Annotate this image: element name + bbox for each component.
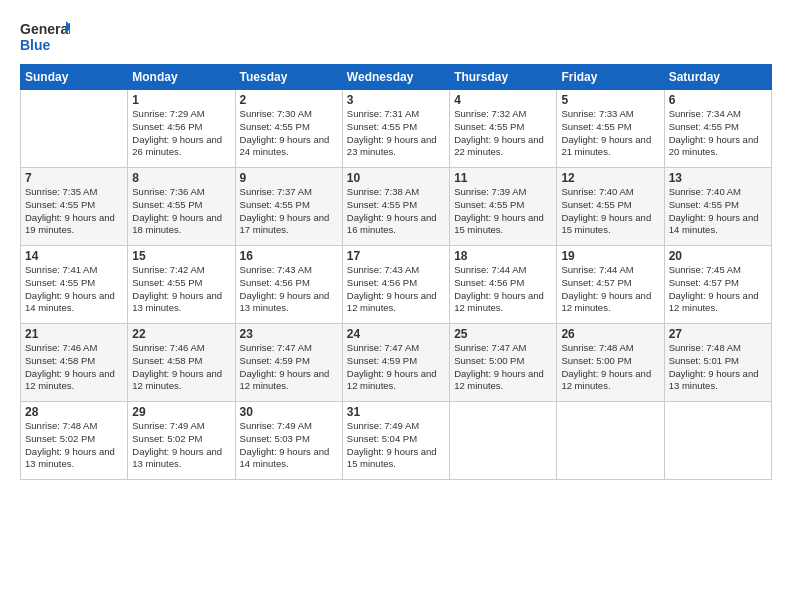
day-number: 5	[561, 93, 659, 107]
calendar-day-cell: 7 Sunrise: 7:35 AMSunset: 4:55 PMDayligh…	[21, 168, 128, 246]
calendar-day-cell: 13 Sunrise: 7:40 AMSunset: 4:55 PMDaylig…	[664, 168, 771, 246]
day-info: Sunrise: 7:48 AMSunset: 5:00 PMDaylight:…	[561, 342, 659, 393]
day-info: Sunrise: 7:32 AMSunset: 4:55 PMDaylight:…	[454, 108, 552, 159]
calendar-day-cell: 6 Sunrise: 7:34 AMSunset: 4:55 PMDayligh…	[664, 90, 771, 168]
calendar-day-cell: 11 Sunrise: 7:39 AMSunset: 4:55 PMDaylig…	[450, 168, 557, 246]
day-info: Sunrise: 7:47 AMSunset: 5:00 PMDaylight:…	[454, 342, 552, 393]
calendar-week-row: 21 Sunrise: 7:46 AMSunset: 4:58 PMDaylig…	[21, 324, 772, 402]
calendar-week-row: 28 Sunrise: 7:48 AMSunset: 5:02 PMDaylig…	[21, 402, 772, 480]
day-info: Sunrise: 7:44 AMSunset: 4:56 PMDaylight:…	[454, 264, 552, 315]
day-number: 21	[25, 327, 123, 341]
day-info: Sunrise: 7:30 AMSunset: 4:55 PMDaylight:…	[240, 108, 338, 159]
calendar-day-cell: 3 Sunrise: 7:31 AMSunset: 4:55 PMDayligh…	[342, 90, 449, 168]
calendar-day-cell: 20 Sunrise: 7:45 AMSunset: 4:57 PMDaylig…	[664, 246, 771, 324]
day-info: Sunrise: 7:37 AMSunset: 4:55 PMDaylight:…	[240, 186, 338, 237]
logo-svg: General Blue	[20, 16, 70, 56]
day-number: 10	[347, 171, 445, 185]
day-number: 7	[25, 171, 123, 185]
calendar-day-cell: 1 Sunrise: 7:29 AMSunset: 4:56 PMDayligh…	[128, 90, 235, 168]
day-number: 31	[347, 405, 445, 419]
day-info: Sunrise: 7:49 AMSunset: 5:04 PMDaylight:…	[347, 420, 445, 471]
logo: General Blue	[20, 16, 70, 56]
calendar-day-cell	[21, 90, 128, 168]
calendar-day-cell: 23 Sunrise: 7:47 AMSunset: 4:59 PMDaylig…	[235, 324, 342, 402]
day-info: Sunrise: 7:47 AMSunset: 4:59 PMDaylight:…	[347, 342, 445, 393]
day-number: 29	[132, 405, 230, 419]
calendar-day-cell: 30 Sunrise: 7:49 AMSunset: 5:03 PMDaylig…	[235, 402, 342, 480]
calendar-day-cell: 15 Sunrise: 7:42 AMSunset: 4:55 PMDaylig…	[128, 246, 235, 324]
day-info: Sunrise: 7:44 AMSunset: 4:57 PMDaylight:…	[561, 264, 659, 315]
day-info: Sunrise: 7:48 AMSunset: 5:02 PMDaylight:…	[25, 420, 123, 471]
day-info: Sunrise: 7:43 AMSunset: 4:56 PMDaylight:…	[240, 264, 338, 315]
day-number: 19	[561, 249, 659, 263]
day-info: Sunrise: 7:40 AMSunset: 4:55 PMDaylight:…	[669, 186, 767, 237]
calendar-day-cell: 24 Sunrise: 7:47 AMSunset: 4:59 PMDaylig…	[342, 324, 449, 402]
calendar-day-cell: 27 Sunrise: 7:48 AMSunset: 5:01 PMDaylig…	[664, 324, 771, 402]
day-number: 30	[240, 405, 338, 419]
day-info: Sunrise: 7:46 AMSunset: 4:58 PMDaylight:…	[25, 342, 123, 393]
calendar-day-cell: 10 Sunrise: 7:38 AMSunset: 4:55 PMDaylig…	[342, 168, 449, 246]
day-number: 8	[132, 171, 230, 185]
calendar-day-cell	[450, 402, 557, 480]
calendar-week-row: 14 Sunrise: 7:41 AMSunset: 4:55 PMDaylig…	[21, 246, 772, 324]
day-number: 23	[240, 327, 338, 341]
calendar-day-cell: 5 Sunrise: 7:33 AMSunset: 4:55 PMDayligh…	[557, 90, 664, 168]
calendar-header-cell: Monday	[128, 65, 235, 90]
day-number: 20	[669, 249, 767, 263]
calendar-header-cell: Tuesday	[235, 65, 342, 90]
calendar-day-cell: 29 Sunrise: 7:49 AMSunset: 5:02 PMDaylig…	[128, 402, 235, 480]
day-info: Sunrise: 7:46 AMSunset: 4:58 PMDaylight:…	[132, 342, 230, 393]
calendar-day-cell: 8 Sunrise: 7:36 AMSunset: 4:55 PMDayligh…	[128, 168, 235, 246]
day-info: Sunrise: 7:31 AMSunset: 4:55 PMDaylight:…	[347, 108, 445, 159]
day-number: 12	[561, 171, 659, 185]
calendar-header-cell: Wednesday	[342, 65, 449, 90]
day-number: 3	[347, 93, 445, 107]
day-info: Sunrise: 7:39 AMSunset: 4:55 PMDaylight:…	[454, 186, 552, 237]
day-number: 28	[25, 405, 123, 419]
calendar-day-cell: 18 Sunrise: 7:44 AMSunset: 4:56 PMDaylig…	[450, 246, 557, 324]
calendar-day-cell: 28 Sunrise: 7:48 AMSunset: 5:02 PMDaylig…	[21, 402, 128, 480]
calendar-day-cell: 16 Sunrise: 7:43 AMSunset: 4:56 PMDaylig…	[235, 246, 342, 324]
calendar-header-row: SundayMondayTuesdayWednesdayThursdayFrid…	[21, 65, 772, 90]
day-number: 16	[240, 249, 338, 263]
day-info: Sunrise: 7:38 AMSunset: 4:55 PMDaylight:…	[347, 186, 445, 237]
day-number: 26	[561, 327, 659, 341]
calendar-header-cell: Friday	[557, 65, 664, 90]
day-info: Sunrise: 7:47 AMSunset: 4:59 PMDaylight:…	[240, 342, 338, 393]
day-info: Sunrise: 7:40 AMSunset: 4:55 PMDaylight:…	[561, 186, 659, 237]
calendar-day-cell	[557, 402, 664, 480]
calendar-day-cell: 26 Sunrise: 7:48 AMSunset: 5:00 PMDaylig…	[557, 324, 664, 402]
day-info: Sunrise: 7:34 AMSunset: 4:55 PMDaylight:…	[669, 108, 767, 159]
calendar-day-cell: 22 Sunrise: 7:46 AMSunset: 4:58 PMDaylig…	[128, 324, 235, 402]
day-info: Sunrise: 7:48 AMSunset: 5:01 PMDaylight:…	[669, 342, 767, 393]
calendar-day-cell	[664, 402, 771, 480]
day-info: Sunrise: 7:33 AMSunset: 4:55 PMDaylight:…	[561, 108, 659, 159]
day-number: 9	[240, 171, 338, 185]
day-info: Sunrise: 7:35 AMSunset: 4:55 PMDaylight:…	[25, 186, 123, 237]
day-number: 27	[669, 327, 767, 341]
calendar-week-row: 1 Sunrise: 7:29 AMSunset: 4:56 PMDayligh…	[21, 90, 772, 168]
header: General Blue	[20, 16, 772, 56]
day-info: Sunrise: 7:42 AMSunset: 4:55 PMDaylight:…	[132, 264, 230, 315]
calendar-day-cell: 21 Sunrise: 7:46 AMSunset: 4:58 PMDaylig…	[21, 324, 128, 402]
calendar-header-cell: Thursday	[450, 65, 557, 90]
day-info: Sunrise: 7:49 AMSunset: 5:02 PMDaylight:…	[132, 420, 230, 471]
day-number: 25	[454, 327, 552, 341]
day-number: 14	[25, 249, 123, 263]
day-number: 13	[669, 171, 767, 185]
svg-text:General: General	[20, 21, 70, 37]
calendar-page: General Blue SundayMondayTuesdayWednesda…	[0, 0, 792, 612]
calendar-header-cell: Saturday	[664, 65, 771, 90]
calendar-day-cell: 19 Sunrise: 7:44 AMSunset: 4:57 PMDaylig…	[557, 246, 664, 324]
day-number: 18	[454, 249, 552, 263]
day-number: 15	[132, 249, 230, 263]
day-info: Sunrise: 7:45 AMSunset: 4:57 PMDaylight:…	[669, 264, 767, 315]
svg-text:Blue: Blue	[20, 37, 51, 53]
calendar-day-cell: 12 Sunrise: 7:40 AMSunset: 4:55 PMDaylig…	[557, 168, 664, 246]
day-info: Sunrise: 7:49 AMSunset: 5:03 PMDaylight:…	[240, 420, 338, 471]
calendar-week-row: 7 Sunrise: 7:35 AMSunset: 4:55 PMDayligh…	[21, 168, 772, 246]
day-number: 22	[132, 327, 230, 341]
day-number: 6	[669, 93, 767, 107]
day-number: 24	[347, 327, 445, 341]
calendar-day-cell: 2 Sunrise: 7:30 AMSunset: 4:55 PMDayligh…	[235, 90, 342, 168]
